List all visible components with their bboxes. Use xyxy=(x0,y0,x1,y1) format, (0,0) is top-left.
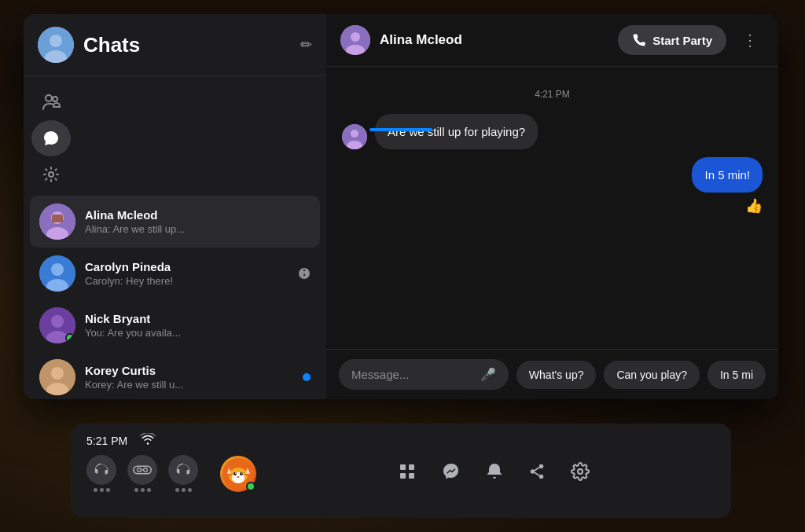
chat-item-nick[interactable]: Nick Bryant You: Are you availa... xyxy=(30,299,320,351)
chat-preview-carolyn: Carolyn: Hey there! xyxy=(85,275,289,287)
chat-info-korey: Korey Curtis Korey: Are we still u... xyxy=(85,364,293,391)
phone-icon xyxy=(632,33,646,47)
nav-chats[interactable] xyxy=(31,120,71,156)
avatar-nick xyxy=(39,307,75,343)
nav-people[interactable] xyxy=(31,84,71,120)
taskbar-messenger-icon[interactable] xyxy=(442,462,461,486)
svg-line-53 xyxy=(535,472,539,475)
svg-point-42 xyxy=(235,472,236,473)
message-placeholder: Message... xyxy=(351,368,474,381)
message-row-incoming: Are we still up for playing? xyxy=(342,114,763,149)
message-input-wrap[interactable]: Message... 🎤 xyxy=(339,359,509,390)
taskbar: 5:21 PM xyxy=(71,424,731,518)
sidebar-header: Chats ✏ xyxy=(24,14,326,76)
taskbar-dots-3 xyxy=(175,488,192,492)
mic-icon[interactable]: 🎤 xyxy=(480,367,496,382)
chat-header: Alina Mcleod Start Party ⋮ xyxy=(326,14,778,67)
taskbar-share-icon[interactable] xyxy=(528,463,546,485)
compose-icon[interactable]: ✏ xyxy=(300,36,312,53)
chat-panel: Alina Mcleod Start Party ⋮ 4:21 PM xyxy=(326,14,778,399)
taskbar-grid-icon[interactable] xyxy=(398,462,417,486)
quick-reply-canyouplay[interactable]: Can you play? xyxy=(604,361,700,389)
taskbar-settings-icon[interactable] xyxy=(571,462,590,486)
svg-point-44 xyxy=(237,476,240,478)
svg-point-51 xyxy=(539,474,544,479)
svg-rect-48 xyxy=(409,473,414,479)
svg-point-31 xyxy=(144,468,148,472)
chat-name-carolyn: Carolyn Pineda xyxy=(85,260,289,273)
svg-point-15 xyxy=(51,315,64,328)
svg-point-30 xyxy=(138,468,142,472)
scroll-indicator xyxy=(24,128,778,131)
svg-line-52 xyxy=(535,467,539,470)
messages-area: 4:21 PM Are we still up for playing? In … xyxy=(326,67,778,349)
svg-point-54 xyxy=(578,469,583,474)
chat-preview-alina: Alina: Are we still up... xyxy=(85,223,311,235)
avatar-carolyn xyxy=(39,255,75,292)
nav-settings[interactable] xyxy=(31,156,71,193)
taskbar-bell-icon[interactable] xyxy=(486,462,503,486)
svg-rect-45 xyxy=(400,464,406,470)
fox-online-dot xyxy=(246,482,255,491)
fox-avatar[interactable] xyxy=(220,456,256,492)
message-bubble-incoming: Are we still up for playing? xyxy=(375,114,538,149)
svg-rect-9 xyxy=(52,215,63,222)
quick-reply-whatsup[interactable]: What's up? xyxy=(516,361,597,389)
taskbar-icon-group-3 xyxy=(168,455,198,492)
svg-point-18 xyxy=(51,367,64,380)
taskbar-main xyxy=(86,455,715,492)
avatar-alina xyxy=(39,204,75,240)
chat-item-korey[interactable]: Korey Curtis Korey: Are we still u... xyxy=(30,351,320,399)
chat-info-nick: Nick Bryant You: Are you availa... xyxy=(85,312,311,339)
svg-point-5 xyxy=(49,172,53,177)
chats-title: Chats xyxy=(83,33,291,57)
taskbar-time: 5:21 PM xyxy=(86,435,127,447)
taskbar-dots-1 xyxy=(94,488,110,492)
chat-item-carolyn[interactable]: Carolyn Pineda Carolyn: Hey there! xyxy=(30,248,320,299)
message-bubble-outgoing: In 5 min! xyxy=(692,157,763,193)
quick-reply-in5mi[interactable]: In 5 mi xyxy=(708,361,766,389)
input-area: Message... 🎤 What's up? Can you play? In… xyxy=(326,349,778,399)
avatar-korey xyxy=(39,359,75,395)
svg-point-40 xyxy=(233,472,237,475)
chat-info-alina: Alina Mcleod Alina: Are we still up... xyxy=(85,208,311,235)
chat-meta-korey xyxy=(303,373,311,381)
svg-point-24 xyxy=(351,32,360,42)
chat-name-korey: Korey Curtis xyxy=(85,364,293,377)
chat-meta-carolyn xyxy=(298,267,311,280)
svg-point-49 xyxy=(539,464,544,468)
taskbar-icon-group-2 xyxy=(127,455,157,492)
chat-list: Alina Mcleod Alina: Are we still up... C… xyxy=(24,196,326,399)
message-row-outgoing: In 5 min! 👍 xyxy=(342,157,763,215)
chat-name-nick: Nick Bryant xyxy=(85,312,311,325)
taskbar-top: 5:21 PM xyxy=(86,433,715,449)
svg-point-11 xyxy=(51,263,64,276)
taskbar-app-headset1[interactable] xyxy=(86,455,116,485)
start-party-button[interactable]: Start Party xyxy=(618,25,726,55)
app-window: Chats ✏ xyxy=(24,14,778,399)
message-timestamp: 4:21 PM xyxy=(342,89,763,100)
start-party-label: Start Party xyxy=(652,34,712,47)
taskbar-app-icons xyxy=(86,455,198,492)
chat-header-avatar xyxy=(340,25,370,55)
more-options-button[interactable]: ⋮ xyxy=(736,28,764,53)
svg-point-4 xyxy=(53,97,57,101)
chat-preview-nick: You: Are you availa... xyxy=(85,327,311,339)
chat-contact-name: Alina Mcleod xyxy=(380,32,608,48)
chat-name-alina: Alina Mcleod xyxy=(85,208,311,222)
taskbar-icon-group-1 xyxy=(86,455,116,492)
svg-point-3 xyxy=(46,95,52,101)
user-avatar[interactable] xyxy=(38,27,74,63)
chat-item-alina[interactable]: Alina Mcleod Alina: Are we still up... xyxy=(30,196,320,248)
taskbar-center-icons xyxy=(272,462,715,486)
wifi-icon xyxy=(140,433,156,449)
taskbar-dots-2 xyxy=(134,488,151,492)
taskbar-app-vr[interactable] xyxy=(127,455,157,485)
svg-point-1 xyxy=(50,35,62,47)
svg-rect-46 xyxy=(409,464,414,470)
svg-rect-47 xyxy=(400,473,406,479)
chat-info-carolyn: Carolyn Pineda Carolyn: Hey there! xyxy=(85,260,289,287)
svg-point-43 xyxy=(241,472,242,473)
scroll-bar xyxy=(369,128,432,131)
taskbar-app-headset2[interactable] xyxy=(168,455,198,485)
